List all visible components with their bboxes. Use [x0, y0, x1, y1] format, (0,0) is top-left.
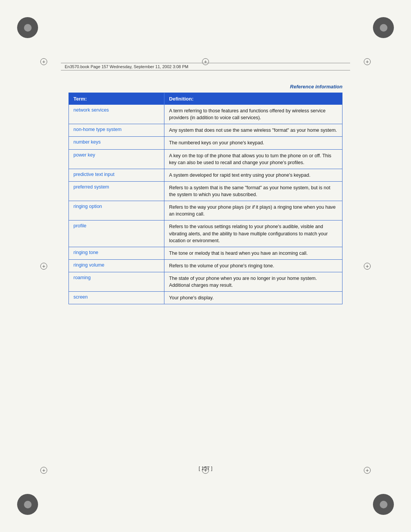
table-row: ringing option Refers to the way your ph…	[69, 201, 342, 220]
cell-term-ringing-tone: ringing tone	[69, 247, 164, 259]
ref-heading-text: Reference information	[290, 84, 342, 89]
cell-def-ringing-volume: Refers to the volume of your phone's rin…	[164, 260, 342, 272]
cell-def-ringing-tone: The tone or melody that is heard when yo…	[164, 247, 342, 259]
cell-term-ringing-option: ringing option	[69, 201, 164, 220]
cell-def-non-home: Any system that does not use the same wi…	[164, 124, 342, 136]
table-row: ringing volume Refers to the volume of y…	[69, 260, 342, 272]
cell-term-number-keys: number keys	[69, 137, 164, 149]
table-row: preferred system Refers to a system that…	[69, 182, 342, 201]
cell-term-ringing-volume: ringing volume	[69, 260, 164, 272]
corner-decoration-tr	[373, 17, 394, 38]
cell-term-screen: screen	[69, 292, 164, 304]
reg-mark-bottom-left	[40, 466, 48, 474]
header-text: En3570.book Page 157 Wednesday, Septembe…	[65, 64, 188, 69]
corner-decoration-tl	[17, 17, 38, 38]
table-row: ringing tone The tone or melody that is …	[69, 247, 342, 260]
cell-def-power-key: A key on the top of the phone that allow…	[164, 150, 342, 169]
corner-decoration-br	[373, 494, 394, 515]
cell-term-profile: profile	[69, 220, 164, 246]
cell-def-predictive-text: A system developed for rapid text entry …	[164, 169, 342, 181]
cell-def-network-services: A term referring to those features and f…	[164, 105, 342, 124]
table-row: network services A term referring to tho…	[69, 105, 342, 124]
col-term-header: Term:	[69, 93, 164, 105]
table-row: roaming The state of your phone when you…	[69, 272, 342, 292]
corner-decoration-bl	[17, 494, 38, 515]
cell-term-power-key: power key	[69, 150, 164, 169]
cell-term-preferred-system: preferred system	[69, 182, 164, 201]
page-container: En3570.book Page 157 Wednesday, Septembe…	[0, 0, 411, 532]
reg-mark-left-center	[40, 262, 48, 270]
reg-mark-top-left	[40, 58, 48, 66]
reg-mark-right-center	[363, 262, 371, 270]
cell-def-profile: Refers to the various settings relating …	[164, 220, 342, 246]
table-row: screen Your phone's display.	[69, 292, 342, 304]
page-number: [ 157 ]	[199, 465, 212, 471]
table-row: power key A key on the top of the phone …	[69, 150, 342, 169]
table-row: non-home type system Any system that doe…	[69, 124, 342, 137]
cell-term-network-services: network services	[69, 105, 164, 124]
table-row: number keys The numbered keys on your ph…	[69, 137, 342, 149]
glossary-table: Term: Definition: network services A ter…	[68, 93, 342, 304]
cell-def-preferred-system: Refers to a system that is the same "for…	[164, 182, 342, 201]
cell-def-number-keys: The numbered keys on your phone's keypad…	[164, 137, 342, 149]
col-def-header: Definition:	[164, 93, 342, 105]
ref-heading: Reference information	[68, 84, 342, 89]
cell-term-non-home: non-home type system	[69, 124, 164, 136]
cell-term-roaming: roaming	[69, 272, 164, 291]
table-header: Term: Definition:	[69, 93, 342, 105]
cell-def-screen: Your phone's display.	[164, 292, 342, 304]
reg-mark-bottom-right	[363, 466, 371, 474]
cell-def-ringing-option: Refers to the way your phone plays (or i…	[164, 201, 342, 220]
table-row: profile Refers to the various settings r…	[69, 220, 342, 247]
content-area: Reference information Term: Definition: …	[68, 84, 342, 456]
cell-term-predictive-text: predictive text input	[69, 169, 164, 181]
header-info-bar: En3570.book Page 157 Wednesday, Septembe…	[61, 63, 350, 70]
reg-mark-top-right	[363, 58, 371, 66]
cell-def-roaming: The state of your phone when you are no …	[164, 272, 342, 291]
table-row: predictive text input A system developed…	[69, 169, 342, 182]
